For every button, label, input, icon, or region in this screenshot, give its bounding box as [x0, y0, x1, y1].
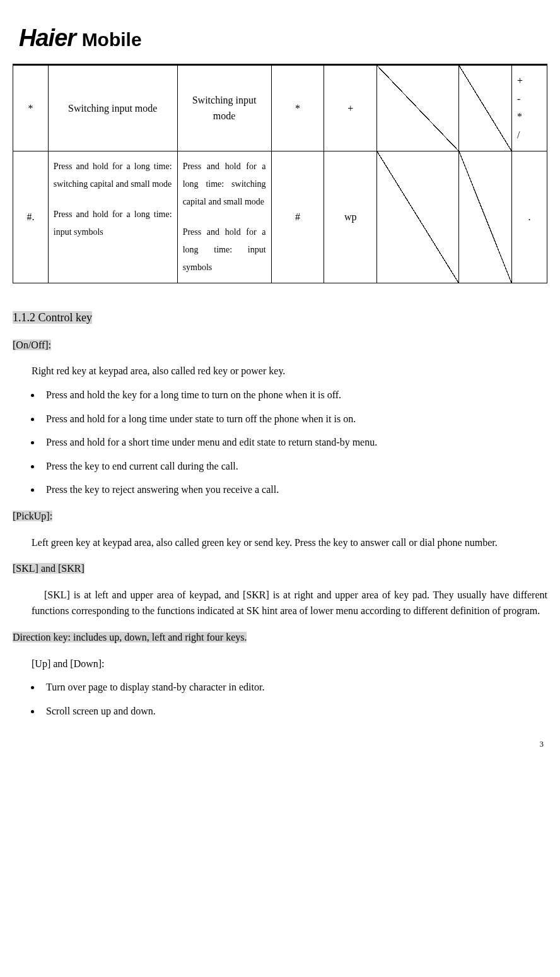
list-item: Scroll screen up and down.: [41, 703, 547, 719]
cell: Switching input mode: [48, 65, 177, 151]
onoff-intro: Right red key at keypad area, also calle…: [32, 363, 547, 379]
cell: *: [13, 65, 49, 151]
cell-text: Press and hold for a long time: input sy…: [183, 223, 266, 276]
cell: .: [512, 151, 547, 283]
direction-heading: Direction key: includes up, down, left a…: [13, 632, 247, 642]
cell-diagonal: [377, 151, 459, 283]
pickup-text: Left green key at keypad area, also call…: [13, 535, 547, 551]
skl-heading: [SKL] and [SKR]: [13, 563, 85, 574]
cell: #: [271, 151, 324, 283]
cell: Press and hold for a long time: switchin…: [177, 151, 271, 283]
list-item: Press the key to end current call during…: [41, 458, 547, 475]
cell: Switching input mode: [177, 65, 271, 151]
cell: Press and hold for a long time: switchin…: [48, 151, 177, 283]
pickup-heading: [PickUp]:: [13, 511, 52, 521]
cell-text: Press and hold for a long time: switchin…: [54, 158, 172, 193]
cell: + - * /: [512, 65, 547, 151]
onoff-list: Press and hold the key for a long time t…: [41, 387, 547, 498]
brand-logo: Haier Mobile: [13, 19, 547, 57]
table-row: #. Press and hold for a long time: switc…: [13, 151, 547, 283]
section-title: 1.1.2 Control key: [13, 311, 92, 324]
cell-diagonal: [459, 151, 512, 283]
list-item: Press and hold for a long time under sta…: [41, 411, 547, 427]
updown-heading: [Up] and [Down]:: [32, 656, 547, 672]
logo-brand: Haier: [19, 25, 76, 51]
keypad-table: * Switching input mode Switching input m…: [13, 65, 547, 283]
skl-text: [SKL] is at left and upper area of keypa…: [32, 587, 547, 619]
list-item: Turn over page to display stand-by chara…: [41, 679, 547, 696]
cell: wp: [324, 151, 377, 283]
cell: #.: [13, 151, 49, 283]
onoff-heading: [On/Off]:: [13, 340, 51, 350]
page-number: 3: [13, 738, 547, 751]
cell: +: [324, 65, 377, 151]
list-item: Press and hold the key for a long time t…: [41, 387, 547, 403]
cell-text: Press and hold for a long time: input sy…: [54, 206, 172, 241]
cell-diagonal: [377, 65, 459, 151]
table-row: * Switching input mode Switching input m…: [13, 65, 547, 151]
logo-suffix: Mobile: [82, 29, 142, 50]
cell-text: Press and hold for a long time: switchin…: [183, 158, 266, 211]
list-item: Press and hold for a short time under me…: [41, 434, 547, 451]
cell-diagonal: [459, 65, 512, 151]
updown-list: Turn over page to display stand-by chara…: [41, 679, 547, 719]
cell: *: [271, 65, 324, 151]
list-item: Press the key to reject answering when y…: [41, 482, 547, 498]
